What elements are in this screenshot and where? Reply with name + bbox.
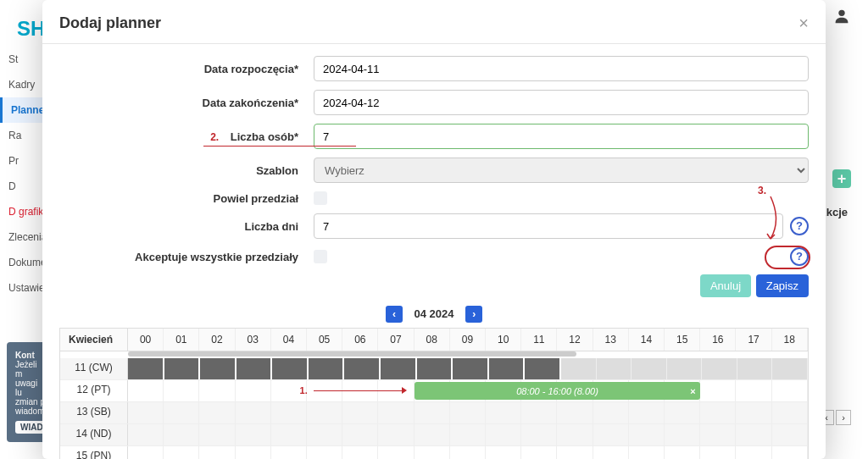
start-date-label: Data rozpoczęcia* — [59, 63, 314, 75]
end-date-input[interactable] — [314, 90, 809, 115]
user-icon[interactable] — [832, 7, 851, 30]
hour-column: 10 — [486, 329, 521, 351]
help-icon[interactable]: ? — [790, 217, 809, 235]
hour-column: 02 — [199, 329, 235, 351]
row-day-label: 12 (PT) — [60, 380, 128, 401]
annotation-1: 1. — [300, 385, 308, 395]
hour-column: 14 — [629, 329, 665, 351]
hour-column: 03 — [236, 329, 271, 351]
contact-text: Jeżeli m uwagi lu zmian p wiadom — [15, 360, 45, 416]
annotation-3-arrow — [758, 195, 783, 246]
hour-column: 12 — [557, 329, 593, 351]
event-close-icon[interactable]: × — [690, 386, 695, 396]
people-label: 2. Liczba osób* — [59, 130, 314, 143]
days-input[interactable] — [314, 213, 783, 239]
planner-grid: Kwiecień 0001020304050607080910111213141… — [59, 328, 809, 459]
hour-column: 06 — [342, 329, 378, 351]
accept-checkbox[interactable] — [314, 250, 327, 263]
add-planner-modal: Dodaj planner × Data rozpoczęcia* Data z… — [42, 0, 826, 459]
annotation-1-arrowhead — [402, 387, 407, 394]
hour-column: 18 — [772, 329, 808, 351]
template-select[interactable]: Wybierz — [314, 158, 809, 183]
template-label: Szablon — [59, 164, 314, 177]
prev-month-button[interactable]: ‹ — [386, 306, 403, 323]
modal-header: Dodaj planner × — [42, 0, 826, 44]
month-label: 04 2024 — [415, 307, 454, 320]
svg-point-0 — [838, 10, 844, 16]
app-logo: SH — [17, 17, 45, 41]
contact-title: Kont — [15, 351, 35, 360]
hour-column: 00 — [128, 329, 164, 351]
bg-add-button[interactable]: + — [832, 169, 851, 188]
hour-column: 09 — [450, 329, 486, 351]
hour-column: 07 — [378, 329, 414, 351]
row-day-label: 13 (SB) — [60, 402, 128, 423]
hour-column: 01 — [164, 329, 199, 351]
hour-column: 17 — [736, 329, 771, 351]
hour-column: 15 — [665, 329, 700, 351]
annotation-2: 2. — [210, 131, 219, 143]
row-cells[interactable] — [128, 358, 808, 379]
hour-column: 08 — [415, 329, 450, 351]
cancel-button[interactable]: Anuluj — [700, 274, 751, 297]
next-month-button[interactable]: › — [465, 306, 482, 323]
hour-column: 11 — [521, 329, 557, 351]
planner-header: Kwiecień 0001020304050607080910111213141… — [60, 329, 808, 351]
month-name: Kwiecień — [60, 329, 128, 351]
annotation-1-arrow — [314, 390, 403, 391]
days-label: Liczba dni — [59, 220, 314, 233]
row-day-label: 15 (PN) — [60, 446, 128, 459]
people-input[interactable] — [314, 124, 809, 149]
row-cells[interactable] — [128, 402, 808, 423]
save-button[interactable]: Zapisz — [756, 274, 809, 297]
modal-actions: Anuluj Zapisz — [59, 274, 809, 297]
month-nav: ‹ 04 2024 › — [59, 306, 809, 323]
accept-label: Akceptuje wszystkie przedziały — [59, 251, 314, 263]
planner-event[interactable]: 08:00 - 16:00 (8.00)× — [415, 382, 701, 400]
end-date-label: Data zakończenia* — [59, 97, 314, 109]
hour-column: 16 — [700, 329, 736, 351]
planner-row: 11 (CW) — [60, 358, 808, 380]
planner-row: 13 (SB) — [60, 402, 808, 424]
modal-title: Dodaj planner — [59, 14, 161, 32]
planner-row: 12 (PT)08:00 - 16:00 (8.00)×1. — [60, 380, 808, 402]
row-cells[interactable] — [128, 446, 808, 459]
hour-column: 05 — [307, 329, 342, 351]
start-date-input[interactable] — [314, 56, 809, 81]
close-icon[interactable]: × — [798, 14, 809, 33]
row-cells[interactable]: 08:00 - 16:00 (8.00)×1. — [128, 380, 808, 401]
planner-row: 14 (ND) — [60, 424, 808, 446]
row-day-label: 14 (ND) — [60, 424, 128, 445]
repeat-checkbox[interactable] — [314, 191, 327, 205]
row-cells[interactable] — [128, 424, 808, 445]
horizontal-scrollbar[interactable] — [128, 351, 576, 357]
modal-body: Data rozpoczęcia* Data zakończenia* 2. L… — [42, 44, 826, 459]
hour-column: 04 — [271, 329, 307, 351]
help-icon[interactable]: ? — [790, 247, 809, 266]
repeat-label: Powiel przedział — [59, 192, 314, 205]
planner-row: 15 (PN) — [60, 446, 808, 459]
row-day-label: 11 (CW) — [60, 358, 128, 379]
hour-column: 13 — [593, 329, 629, 351]
